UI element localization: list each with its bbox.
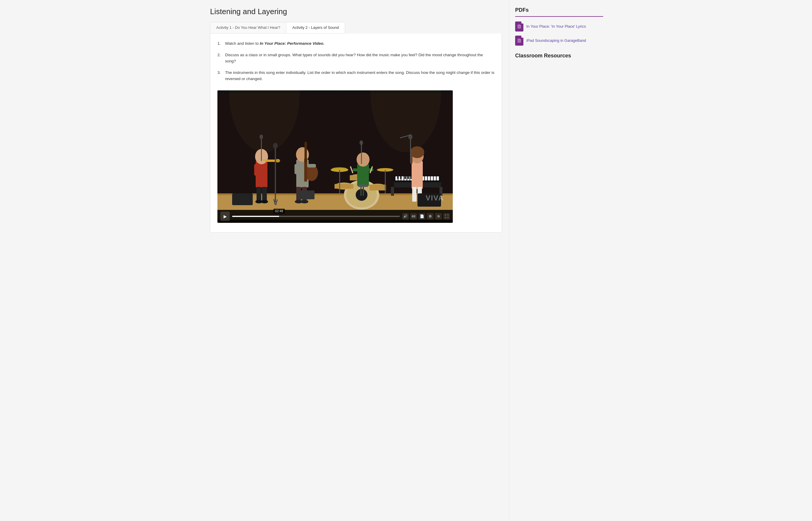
transcript-button[interactable]: 📄	[419, 213, 425, 220]
tabs-container: Activity 1 - Do You Hear What I Hear? Ac…	[210, 22, 345, 33]
play-icon: ▶	[223, 214, 227, 219]
list-text: Watch and listen to In Your Place: Perfo…	[225, 41, 495, 47]
volume-button[interactable]: 🔊	[402, 213, 409, 220]
list-item: 3. The instruments in this song enter in…	[217, 70, 495, 82]
list-item: 2. Discuss as a class or in small groups…	[217, 52, 495, 65]
svg-rect-37	[369, 185, 386, 190]
svg-rect-49	[358, 185, 368, 187]
volume-icon: 🔊	[403, 214, 407, 218]
svg-rect-51	[363, 187, 364, 196]
fullscreen-button[interactable]: ⛶	[444, 213, 450, 220]
sidebar-divider	[515, 16, 603, 17]
svg-rect-11	[257, 187, 261, 202]
svg-rect-42	[385, 170, 386, 194]
svg-rect-22	[307, 164, 316, 167]
svg-rect-15	[261, 137, 262, 161]
svg-rect-50	[360, 187, 362, 196]
list-num: 2.	[217, 52, 223, 65]
play-button[interactable]: ▶	[220, 212, 230, 221]
bold-link: In Your Place: Performance Video.	[260, 41, 324, 46]
svg-point-16	[260, 135, 263, 139]
svg-point-8	[276, 159, 280, 162]
pdf-link-2[interactable]: iPad Soundscaping in GarageBand	[515, 36, 603, 46]
page-title: Listening and Layering	[210, 7, 502, 16]
video-controls: ▶ 02:48 🔊 CC 📄	[217, 210, 453, 223]
svg-rect-28	[297, 190, 314, 199]
activity-content: 1. Watch and listen to In Your Place: Pe…	[210, 33, 502, 232]
pdf-label-2: iPad Soundscaping in GarageBand	[526, 38, 586, 43]
fullscreen-icon: ⛶	[445, 214, 448, 219]
svg-rect-12	[262, 187, 267, 202]
sidebar: PDFs In Your Place: 'In Your Place' Lyri…	[509, 0, 609, 521]
pdf-link-1[interactable]: In Your Place: 'In Your Place' Lyrics	[515, 22, 603, 31]
svg-rect-89	[232, 194, 253, 205]
svg-rect-84	[410, 137, 411, 162]
svg-rect-70	[431, 176, 433, 180]
svg-point-53	[359, 140, 363, 145]
progress-bar[interactable]: 02:48	[232, 216, 400, 217]
pdf-icon-1	[515, 22, 523, 31]
settings-button[interactable]: ⚙	[427, 213, 433, 220]
activity-list: 1. Watch and listen to In Your Place: Pe…	[217, 41, 495, 82]
svg-point-93	[273, 143, 278, 149]
list-text: Discuss as a class or in small groups. W…	[225, 52, 495, 65]
svg-rect-80	[412, 161, 423, 189]
svg-point-27	[301, 200, 308, 203]
pdf-icon-2	[515, 36, 523, 46]
svg-rect-21	[305, 142, 307, 162]
svg-rect-71	[434, 176, 436, 180]
tab-activity2[interactable]: Activity 2 - Layers of Sound	[286, 22, 344, 33]
band-illustration	[217, 90, 453, 223]
svg-rect-91	[275, 179, 276, 202]
cc-icon: CC	[412, 215, 416, 218]
svg-rect-87	[412, 187, 416, 202]
list-num: 1.	[217, 41, 223, 47]
svg-rect-75	[405, 176, 406, 179]
svg-rect-10	[254, 164, 258, 176]
svg-rect-68	[425, 176, 427, 180]
svg-rect-76	[407, 176, 409, 179]
control-icons-group: 🔊 CC 📄 ⚙ ⧉	[402, 213, 450, 220]
list-text: The instruments in this song enter indiv…	[225, 70, 495, 82]
settings-icon: ⚙	[429, 214, 432, 219]
list-num: 3.	[217, 70, 223, 82]
svg-rect-72	[437, 176, 439, 180]
svg-rect-69	[428, 176, 430, 180]
video-frame[interactable]: VIVA	[217, 90, 453, 223]
svg-rect-23	[294, 164, 298, 174]
svg-point-44	[357, 153, 369, 166]
svg-rect-73	[397, 176, 399, 179]
pdfs-title: PDFs	[515, 7, 603, 13]
transcript-icon: 📄	[420, 214, 424, 219]
list-item: 1. Watch and listen to In Your Place: Pe…	[217, 41, 495, 47]
tab-activity1[interactable]: Activity 1 - Do You Hear What I Hear?	[210, 22, 286, 33]
time-tooltip: 02:48	[273, 209, 285, 213]
svg-rect-33	[335, 184, 353, 189]
cc-button[interactable]: CC	[410, 213, 417, 220]
pdf-label-1: In Your Place: 'In Your Place' Lyrics	[526, 24, 586, 29]
svg-point-14	[261, 200, 268, 203]
pip-icon: ⧉	[437, 214, 439, 218]
svg-rect-60	[401, 176, 404, 180]
svg-rect-55	[391, 187, 394, 196]
svg-rect-92	[275, 146, 276, 179]
svg-rect-43	[357, 164, 369, 186]
pip-button[interactable]: ⧉	[435, 213, 441, 220]
classroom-resources-title: Classroom Resources	[515, 53, 603, 59]
video-watermark: VIVA	[426, 194, 444, 202]
svg-point-39	[332, 167, 347, 170]
svg-rect-52	[361, 143, 362, 164]
svg-rect-41	[339, 170, 340, 194]
svg-rect-45	[353, 168, 359, 171]
svg-rect-74	[400, 176, 402, 179]
video-wrapper: VIVA ▶ 02:48 🔊	[217, 90, 453, 223]
progress-fill	[232, 216, 279, 217]
